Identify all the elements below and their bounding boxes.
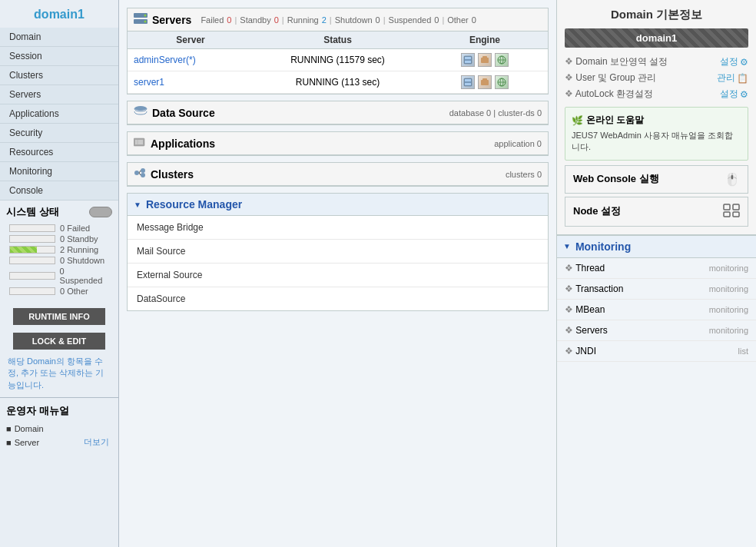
col-status: Status	[254, 31, 422, 49]
suspended-label: 0 Suspended	[60, 267, 109, 285]
standby-stat-label: Standby	[240, 15, 270, 25]
domain-user-group-action[interactable]: 관리 📋	[717, 71, 748, 85]
status-row-standby: 0 Standby	[9, 234, 109, 244]
engine-icon-app-2[interactable]	[478, 75, 492, 89]
svg-point-25	[141, 168, 145, 173]
domain-setting-security: Domain 보안영역 설정 설정 ⚙	[565, 55, 748, 68]
web-console-button[interactable]: Web Console 실행 🖱️	[565, 165, 748, 194]
monitoring-item-transaction: Transaction monitoring	[557, 279, 756, 300]
resource-item-message-bridge[interactable]: Message Bridge	[128, 216, 548, 240]
applications-icon	[134, 137, 146, 150]
monitoring-title: Monitoring	[575, 240, 631, 253]
svg-rect-13	[465, 79, 471, 81]
svg-rect-31	[724, 212, 730, 217]
ops-manual-title: 운영자 매뉴얼	[6, 404, 112, 418]
server-engine-2	[422, 71, 548, 94]
applications-title: Applications	[151, 138, 494, 150]
domain-info-title: Domain 기본정보	[565, 8, 748, 22]
svg-rect-16	[482, 78, 487, 81]
jndi-label: JNDI	[565, 346, 596, 356]
sidebar-item-security[interactable]: Security	[0, 124, 118, 143]
status-bars: 0 Failed 0 Standby 2 Running	[6, 222, 112, 299]
domain-user-group-label: User 및 Group 관리	[565, 71, 656, 85]
resource-item-datasource[interactable]: DataSource	[128, 287, 548, 310]
svg-point-20	[134, 106, 147, 111]
resource-manager-title: Resource Manager	[146, 198, 242, 211]
suspended-bar-container	[9, 272, 55, 280]
engine-icon-srv-2[interactable]	[461, 75, 475, 89]
resource-item-external-source[interactable]: External Source	[128, 264, 548, 287]
mbean-action[interactable]: monitoring	[709, 305, 748, 314]
monitoring-section: ▼ Monitoring Thread monitoring Transacti…	[557, 235, 756, 547]
jndi-action[interactable]: list	[738, 346, 748, 356]
servers-monitoring-action[interactable]: monitoring	[709, 326, 748, 335]
sidebar-title: domain1	[0, 0, 118, 28]
col-engine: Engine	[422, 31, 548, 49]
monitoring-item-mbean: MBean monitoring	[557, 300, 756, 320]
mbean-label: MBean	[565, 304, 605, 315]
data-source-title: Data Source	[152, 107, 449, 119]
shutdown-stat-label: Shutdown	[335, 15, 373, 25]
sidebar: domain1 Domain Session Clusters Servers …	[0, 0, 119, 547]
main-panel: Servers Failed 0 | Standby 0 | Running 2…	[119, 0, 556, 547]
help-icon: 🌿	[572, 115, 583, 126]
sidebar-item-monitoring[interactable]: Monitoring	[0, 162, 118, 181]
sidebar-item-domain[interactable]: Domain	[0, 28, 118, 47]
other-stat-label: Other	[447, 15, 469, 25]
sidebar-item-console[interactable]: Console	[0, 181, 118, 201]
node-settings-button[interactable]: Node 설정	[565, 197, 748, 227]
sidebar-item-resources[interactable]: Resources	[0, 143, 118, 162]
standby-stat-val: 0	[274, 15, 279, 25]
sidebar-note: 해당 Domain의 항목을 수정, 추가 또는 삭제하는 기능입니다.	[0, 353, 118, 394]
right-panel: Domain 기본정보 domain1 Domain 보안영역 설정 설정 ⚙ …	[556, 0, 756, 547]
monitoring-items: Thread monitoring Transaction monitoring…	[557, 258, 756, 362]
resource-manager-items: Message Bridge Mail Source External Sour…	[128, 216, 548, 310]
running-label: 2 Running	[60, 245, 98, 254]
domain-security-action[interactable]: 설정 ⚙	[720, 55, 748, 68]
failed-label: 0 Failed	[60, 224, 90, 233]
ops-link-domain[interactable]: ■ Domain	[6, 423, 112, 435]
thread-label: Thread	[565, 263, 605, 274]
server-icon: ■	[6, 438, 12, 447]
engine-icon-app[interactable]	[478, 53, 492, 67]
resource-item-mail-source[interactable]: Mail Source	[128, 240, 548, 264]
domain-info: Domain 기본정보 domain1 Domain 보안영역 설정 설정 ⚙ …	[557, 0, 756, 235]
server-engine-1	[422, 49, 548, 71]
sidebar-item-clusters[interactable]: Clusters	[0, 66, 118, 85]
gear-icon-2: ⚙	[740, 89, 748, 100]
data-source-section: Data Source database 0 | cluster-ds 0	[127, 101, 549, 125]
ops-link-domain-label: Domain	[15, 424, 44, 433]
resource-manager-section: ▼ Resource Manager Message Bridge Mail S…	[127, 193, 549, 311]
engine-icon-web-2[interactable]	[495, 75, 509, 89]
monitoring-item-jndi: JNDI list	[557, 341, 756, 362]
domain-security-label: Domain 보안영역 설정	[565, 55, 668, 68]
monitoring-item-thread: Thread monitoring	[557, 258, 756, 279]
svg-rect-6	[465, 61, 471, 63]
svg-rect-5	[465, 57, 471, 59]
lock-edit-button[interactable]: LOCK & EDIT	[13, 333, 105, 350]
ops-link-server[interactable]: ■ Server 더보기	[6, 435, 112, 449]
table-row: adminServer(*) RUNNING (11579 sec)	[128, 49, 548, 71]
server-status-1: RUNNING (11579 sec)	[254, 49, 422, 71]
transaction-action[interactable]: monitoring	[709, 284, 748, 293]
domain-autolock-action[interactable]: 설정 ⚙	[720, 88, 748, 101]
ops-more-link[interactable]: 더보기	[84, 436, 109, 448]
sidebar-item-session[interactable]: Session	[0, 47, 118, 66]
runtime-info-button[interactable]: RUNTIME INFO	[13, 308, 105, 325]
domain-autolock-label: AutoLock 환경설정	[565, 88, 653, 101]
engine-icon-srv[interactable]	[461, 53, 475, 67]
suspended-stat-label: Suspended	[389, 15, 432, 25]
sidebar-item-servers[interactable]: Servers	[0, 85, 118, 104]
server-name-2[interactable]: server1	[128, 71, 254, 94]
sidebar-nav: Domain Session Clusters Servers Applicat…	[0, 28, 118, 201]
server-name-1[interactable]: adminServer(*)	[128, 49, 254, 71]
domain-name-bar: domain1	[565, 28, 748, 48]
other-stat-val: 0	[472, 15, 476, 25]
engine-icon-web[interactable]	[495, 53, 509, 67]
grid-icon	[723, 204, 740, 220]
server-status-2: RUNNING (113 sec)	[254, 71, 422, 94]
thread-action[interactable]: monitoring	[709, 264, 748, 273]
toggle-button[interactable]	[89, 207, 112, 217]
applications-stats: application 0	[494, 139, 542, 148]
sidebar-item-applications[interactable]: Applications	[0, 104, 118, 124]
